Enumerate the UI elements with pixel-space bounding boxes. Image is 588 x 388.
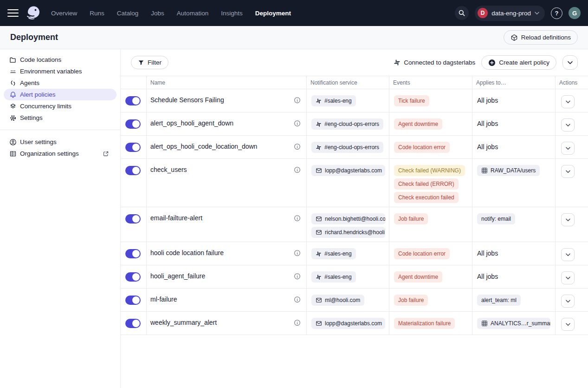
notification-badge: notify: email	[477, 213, 515, 224]
policy-enabled-toggle[interactable]	[125, 96, 141, 105]
sidebar-item-user-settings[interactable]: User settings	[4, 136, 116, 148]
notification-badge: ml@hooli.com	[311, 295, 364, 306]
info-icon[interactable]	[294, 215, 301, 222]
help-button[interactable]: ?	[551, 7, 562, 19]
organization-icon	[9, 150, 17, 158]
filter-button[interactable]: Filter	[131, 56, 168, 69]
applies-to-cell: notify: email	[472, 207, 555, 242]
asset-icon	[481, 320, 488, 327]
table-row: check_users lopp@dagsterlabs.com Check f…	[121, 159, 588, 207]
row-actions-button[interactable]	[561, 213, 575, 226]
policy-enabled-toggle[interactable]	[125, 319, 141, 328]
sidebar-item-agents[interactable]: Agents	[4, 77, 116, 89]
row-actions-button[interactable]	[561, 142, 575, 155]
policy-name: alert_ops_hooli_code_location_down	[150, 143, 257, 150]
actions-cell	[555, 207, 588, 242]
slack-icon	[316, 251, 322, 257]
create-options-dropdown-button[interactable]	[562, 55, 578, 70]
notification-badge: lopp@dagsterlabs.com	[311, 318, 385, 329]
table-row: email-failture-alert nelson.bighetti@hoo…	[121, 207, 588, 242]
create-alert-policy-label: Create alert policy	[499, 59, 549, 66]
policy-enabled-toggle[interactable]	[125, 143, 141, 152]
policy-name: email-failture-alert	[150, 214, 202, 222]
info-icon[interactable]	[294, 319, 301, 326]
reload-cube-icon	[510, 34, 518, 41]
filter-funnel-icon	[138, 59, 144, 66]
nav-automation[interactable]: Automation	[177, 10, 208, 17]
info-icon[interactable]	[294, 97, 301, 104]
external-link-icon[interactable]	[103, 151, 109, 157]
menu-icon[interactable]	[7, 9, 19, 17]
info-icon[interactable]	[294, 273, 301, 280]
deployment-name: data-eng-prod	[491, 10, 531, 17]
info-icon[interactable]	[294, 120, 301, 127]
create-alert-policy-button[interactable]: Create alert policy	[481, 55, 556, 70]
slack-icon	[316, 121, 322, 127]
actions-cell	[555, 112, 588, 135]
policy-enabled-toggle[interactable]	[125, 214, 141, 224]
alert-policies-toolbar: Filter Connected to dagsterlabs Create a…	[121, 49, 588, 76]
sidebar-item-code-locations[interactable]: Code locations	[4, 54, 116, 66]
toggle-cell	[121, 265, 146, 288]
sidebar-item-alert-policies[interactable]: Alert policies	[4, 89, 116, 100]
email-icon	[316, 229, 322, 236]
reload-definitions-button[interactable]: Reload definitions	[504, 30, 578, 45]
event-badge: Check failed (ERROR)	[394, 178, 459, 190]
deployment-switcher[interactable]: D data-eng-prod	[475, 6, 545, 21]
toggle-cell	[121, 136, 146, 158]
nav-insights[interactable]: Insights	[221, 10, 243, 17]
chevron-down-icon	[535, 12, 539, 15]
sidebar-item-label: Concurrency limits	[20, 103, 71, 110]
nav-catalog[interactable]: Catalog	[117, 10, 139, 17]
table-row: weekly_summary_alert lopp@dagsterlabs.co…	[121, 312, 588, 335]
toggle-cell	[121, 89, 146, 112]
row-actions-button[interactable]	[561, 248, 575, 261]
agents-icon	[9, 79, 17, 87]
row-actions-button[interactable]	[561, 295, 575, 308]
toggle-cell	[121, 242, 146, 265]
row-actions-button[interactable]	[561, 118, 575, 132]
row-actions-button[interactable]	[561, 318, 575, 331]
search-button[interactable]	[455, 6, 469, 20]
row-actions-button[interactable]	[561, 165, 575, 178]
sidebar-item-concurrency-limits[interactable]: Concurrency limits	[4, 100, 116, 112]
slack-icon	[316, 274, 322, 280]
sidebar-item-settings[interactable]: Settings	[4, 112, 116, 124]
events-cell: Job failure	[389, 207, 472, 242]
policy-enabled-toggle[interactable]	[125, 272, 141, 282]
notification-badge: #eng-cloud-ops-errors	[311, 142, 383, 153]
nav-jobs[interactable]: Jobs	[151, 10, 164, 17]
notification-badge: #sales-eng	[311, 248, 356, 259]
row-actions-button[interactable]	[561, 271, 575, 284]
sidebar-item-label: Environment variables	[20, 68, 82, 75]
nav-runs[interactable]: Runs	[90, 10, 104, 17]
info-icon[interactable]	[294, 250, 301, 256]
dagster-logo-icon[interactable]	[25, 5, 41, 21]
notification-service-cell: #eng-cloud-ops-errors	[306, 112, 389, 135]
nav-overview[interactable]: Overview	[51, 10, 77, 17]
info-icon[interactable]	[294, 166, 301, 173]
info-icon[interactable]	[294, 296, 301, 303]
policy-enabled-toggle[interactable]	[125, 296, 141, 305]
policy-enabled-toggle[interactable]	[125, 249, 141, 258]
chevron-down-icon	[568, 61, 573, 65]
deployment-avatar: D	[478, 8, 488, 18]
notification-badge: richard.hendricks@hooli…	[311, 227, 385, 238]
applies-to-cell: All jobs	[472, 242, 555, 265]
policy-enabled-toggle[interactable]	[125, 166, 141, 175]
sidebar-item-organization-settings[interactable]: Organization settings	[4, 148, 116, 159]
event-badge: Tick failure	[394, 95, 429, 106]
sidebar-item-environment-variables[interactable]: Environment variables	[4, 66, 116, 77]
nav-deployment[interactable]: Deployment	[255, 10, 291, 17]
actions-cell	[555, 265, 588, 288]
row-actions-button[interactable]	[561, 95, 575, 108]
user-avatar[interactable]: G	[569, 7, 581, 19]
actions-cell	[555, 312, 588, 335]
actions-cell	[555, 289, 588, 311]
actions-cell	[555, 89, 588, 112]
policy-enabled-toggle[interactable]	[125, 119, 141, 129]
column-toggle	[121, 76, 146, 89]
info-icon[interactable]	[294, 143, 301, 150]
toggle-cell	[121, 207, 146, 242]
applies-to-cell: RAW_DATA/users	[472, 159, 555, 207]
